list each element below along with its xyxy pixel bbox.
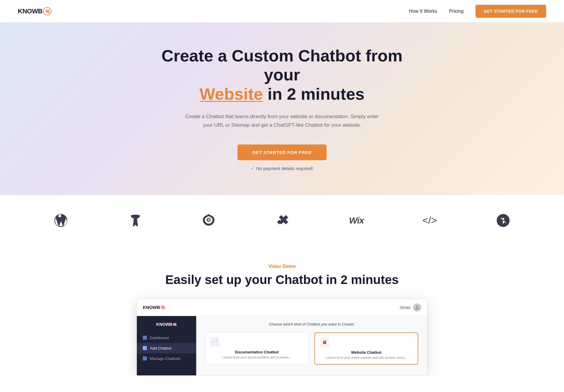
video-label: Video Demo bbox=[6, 264, 558, 269]
hero-title: Create a Custom Chatbot from your Websit… bbox=[148, 46, 416, 104]
nav-links: How It Works Pricing GET STARTED FOR FRE… bbox=[409, 5, 546, 18]
website-icon: 🖥 bbox=[320, 338, 329, 347]
website-card[interactable]: 🖥 Website Chatbot Learns from your entir… bbox=[314, 332, 418, 365]
sidebar-logo: KNOWB🧠 bbox=[137, 322, 196, 333]
dashboard-icon bbox=[143, 336, 147, 340]
add-chatbot-icon bbox=[143, 346, 147, 350]
documentation-card[interactable]: 📄 Documentation Chatbot Learns from your… bbox=[205, 332, 308, 365]
squarespace-logo bbox=[275, 213, 290, 228]
wordpress-logo bbox=[53, 213, 69, 228]
code-icon: </> bbox=[422, 215, 437, 226]
sidebar-dashboard-label: Dashboard bbox=[150, 336, 169, 340]
app-user: Jonas bbox=[400, 303, 421, 312]
typo3-icon bbox=[127, 213, 142, 228]
wordpress-icon bbox=[53, 213, 69, 228]
website-card-title: Website Chatbot bbox=[320, 350, 413, 355]
nav-cta-button[interactable]: GET STARTED FOR FREE bbox=[476, 5, 546, 18]
drupal-icon bbox=[201, 213, 216, 228]
hero-title-start: Create a Custom Chatbot from your bbox=[161, 46, 403, 84]
logo-brain-icon: 🧠 bbox=[43, 7, 51, 15]
user-name: Jonas bbox=[400, 305, 411, 310]
app-logo: KNOWB🧠 bbox=[143, 305, 166, 310]
video-title: Easily set up your Chatbot in 2 minutes bbox=[6, 273, 558, 287]
manage-chatbots-icon bbox=[143, 356, 147, 361]
documentation-card-title: Documentation Chatbot bbox=[210, 350, 303, 354]
documentation-icon: 📄 bbox=[210, 337, 220, 347]
documentation-card-sub: Learns from your documentation and answe… bbox=[210, 356, 303, 359]
sidebar-add-chatbot-label: Add Chatbot bbox=[150, 346, 171, 350]
nav-pricing[interactable]: Pricing bbox=[449, 9, 464, 14]
drupal-logo bbox=[201, 213, 216, 228]
logo-text: KNOWB bbox=[18, 7, 42, 15]
nav-how-it-works[interactable]: How It Works bbox=[409, 9, 437, 14]
nextjs-logo bbox=[495, 213, 511, 228]
nextjs-icon bbox=[495, 213, 511, 228]
video-section: Video Demo Easily set up your Chatbot in… bbox=[0, 246, 564, 376]
hero-subtitle: Create a Chatbot that learns directly fr… bbox=[184, 112, 380, 130]
app-body: KNOWB🧠 Dashboard Add Chatbot Manage Chat… bbox=[137, 316, 427, 375]
squarespace-icon bbox=[275, 213, 290, 228]
sidebar-item-manage-chatbots[interactable]: Manage Chatbots bbox=[137, 353, 196, 364]
hero-title-highlight: Website bbox=[199, 85, 263, 103]
sidebar-manage-chatbots-label: Manage Chatbots bbox=[150, 356, 180, 361]
custom-code-logo: </> bbox=[422, 215, 437, 226]
hero-note: ✓ No payment details required! bbox=[251, 166, 313, 171]
app-sidebar: KNOWB🧠 Dashboard Add Chatbot Manage Chat… bbox=[137, 316, 196, 375]
sidebar-item-dashboard[interactable]: Dashboard bbox=[137, 333, 196, 343]
logos-strip: Wix </> bbox=[0, 195, 564, 246]
hero-section: Create a Custom Chatbot from your Websit… bbox=[0, 23, 564, 195]
checkmark-icon: ✓ bbox=[251, 166, 255, 171]
wix-logo: Wix bbox=[349, 215, 364, 226]
logo[interactable]: KNOWB 🧠 bbox=[18, 7, 51, 15]
app-cards: 📄 Documentation Chatbot Learns from your… bbox=[205, 332, 418, 365]
app-screenshot: KNOWB🧠 Jonas KNOWB🧠 Dashboar bbox=[137, 299, 427, 376]
hero-cta-button[interactable]: GET STARTED FOR FREE bbox=[237, 145, 327, 160]
app-main: Choose which kind of Chatbot you want to… bbox=[196, 316, 427, 375]
app-prompt-text: Choose which kind of Chatbot you want to… bbox=[205, 322, 418, 326]
app-topbar: KNOWB🧠 Jonas bbox=[137, 299, 427, 316]
typo3-logo bbox=[127, 213, 142, 228]
sidebar-item-add-chatbot[interactable]: Add Chatbot bbox=[137, 343, 196, 353]
hero-note-text: No payment details required! bbox=[256, 166, 313, 171]
website-card-sub: Learns from your entire website and can … bbox=[320, 356, 413, 359]
navbar: KNOWB 🧠 How It Works Pricing GET STARTED… bbox=[0, 0, 564, 23]
hero-title-end: in 2 minutes bbox=[267, 85, 365, 103]
user-avatar bbox=[413, 303, 421, 312]
wix-text-logo: Wix bbox=[349, 215, 364, 226]
